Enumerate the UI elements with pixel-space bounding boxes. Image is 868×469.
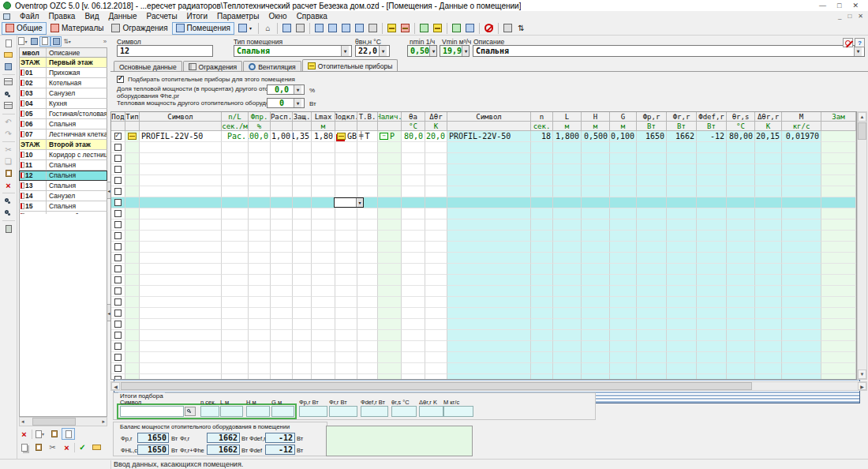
cell-n_L[interactable]	[222, 352, 249, 363]
cell-M[interactable]	[782, 352, 821, 363]
cell-G[interactable]	[610, 242, 637, 253]
cell-tv[interactable]	[357, 175, 378, 186]
row-checkbox[interactable]	[114, 133, 122, 140]
cell-symbol2[interactable]: PROFIL-22V-50	[447, 131, 531, 142]
cell-f_pr[interactable]	[249, 308, 271, 319]
cell-podkl[interactable]	[335, 341, 357, 352]
cell-H[interactable]	[582, 352, 610, 363]
cell-symbol[interactable]	[140, 264, 222, 275]
cell-tv[interactable]	[357, 142, 378, 153]
cell-H[interactable]	[582, 341, 610, 352]
cell-dtheta_r[interactable]	[425, 352, 447, 363]
cell-M[interactable]	[782, 153, 821, 164]
result-field-1[interactable]	[120, 406, 184, 417]
cell-L[interactable]	[553, 297, 582, 308]
cell-theta_a[interactable]	[402, 330, 425, 341]
cell-zasch[interactable]	[293, 341, 312, 352]
cell-zam[interactable]	[821, 131, 856, 142]
new-document-icon[interactable]	[2, 37, 15, 49]
numbering-dropdown[interactable]: ⇅▾	[62, 36, 73, 47]
cell-f_def_r[interactable]	[697, 341, 727, 352]
cell-f_def_r[interactable]	[697, 242, 727, 253]
cell-symbol2[interactable]	[447, 253, 531, 264]
cell-theta_r_s[interactable]	[727, 219, 755, 231]
cell-pod[interactable]	[111, 363, 125, 374]
empty-row[interactable]	[111, 363, 856, 374]
cell-n[interactable]	[531, 175, 553, 186]
cell-M[interactable]	[782, 219, 821, 231]
cell-theta_r_s[interactable]	[727, 208, 755, 219]
cell-zam[interactable]	[821, 374, 856, 379]
menu-item-3[interactable]: Вид	[80, 12, 103, 21]
cell-f_r_r[interactable]: 1662	[667, 131, 697, 142]
cell-M[interactable]	[782, 297, 821, 308]
cell-f_r_r[interactable]	[667, 186, 697, 197]
cell-podkl[interactable]	[335, 164, 357, 175]
cell-n[interactable]	[531, 186, 553, 197]
empty-row[interactable]	[111, 231, 856, 242]
cell-n_L[interactable]	[222, 253, 249, 264]
cell-tv[interactable]	[357, 275, 378, 286]
cell-f_def_r[interactable]	[697, 186, 727, 197]
cell-f_r_r[interactable]	[667, 253, 697, 264]
cell-M[interactable]	[782, 164, 821, 175]
cell-podkl[interactable]: GB	[335, 131, 357, 142]
cell-symbol[interactable]	[140, 275, 222, 286]
cell-dtheta_r_r[interactable]	[755, 219, 782, 231]
cell-dtheta_r[interactable]	[425, 197, 447, 208]
cell-dtheta_r_r[interactable]	[755, 363, 782, 374]
cell-zasch[interactable]	[293, 374, 312, 379]
cell-n_L[interactable]	[222, 308, 249, 319]
cell-zam[interactable]	[821, 142, 856, 153]
cell-l_max[interactable]	[312, 330, 335, 341]
confirm-icon[interactable]: ✓	[76, 441, 89, 453]
cell-symbol2[interactable]	[447, 286, 531, 297]
copy-icon[interactable]: ❏	[2, 156, 15, 167]
cell-f_r_r[interactable]	[667, 297, 697, 308]
cell-dtheta_r_r[interactable]: 20,15	[755, 131, 782, 142]
cell-nalich[interactable]	[378, 153, 402, 164]
room-row[interactable]: 11Спальня	[19, 160, 107, 171]
cell-symbol2[interactable]	[447, 319, 531, 330]
grid-horizontal-scrollbar[interactable]: ◀ ▶	[110, 381, 867, 391]
cell-zam[interactable]	[821, 175, 856, 186]
cell-nalich[interactable]	[378, 374, 402, 379]
cell-M[interactable]	[782, 208, 821, 219]
tree-view-icon[interactable]	[51, 36, 62, 47]
cell-symbol2[interactable]	[447, 208, 531, 219]
cell-tv[interactable]	[357, 363, 378, 374]
undo-icon[interactable]: ↶	[2, 116, 15, 128]
cell-dtheta_r_r[interactable]	[755, 197, 782, 208]
cell-n_L[interactable]	[222, 231, 249, 242]
cell-theta_a[interactable]	[402, 253, 425, 264]
cell-symbol2[interactable]	[447, 308, 531, 319]
cell-nalich[interactable]	[378, 253, 402, 264]
cell-zam[interactable]	[821, 341, 856, 352]
cell-n_L[interactable]	[222, 374, 249, 379]
block-icon[interactable]	[483, 22, 495, 34]
menu-item-5[interactable]: Расчеты	[142, 12, 182, 21]
cell-theta_r_s[interactable]	[727, 330, 755, 341]
chevron-down-icon[interactable]: ▼	[462, 46, 470, 56]
cell-G[interactable]	[610, 219, 637, 231]
cell-G[interactable]	[610, 352, 637, 363]
cell-G[interactable]	[610, 374, 637, 379]
room-type-select[interactable]: Спальня▼	[234, 45, 352, 57]
cell-l_max[interactable]	[312, 175, 335, 186]
cell-pod[interactable]	[111, 308, 125, 319]
cell-theta_a[interactable]	[402, 341, 425, 352]
empty-row[interactable]	[111, 186, 856, 197]
cell-symbol2[interactable]	[447, 164, 531, 175]
save-project-icon[interactable]	[281, 22, 293, 34]
cell-theta_a[interactable]	[402, 275, 425, 286]
cell-theta_r_s[interactable]	[727, 242, 755, 253]
cell-n_L[interactable]	[222, 275, 249, 286]
cell-dtheta_r[interactable]	[425, 242, 447, 253]
result-field-10[interactable]	[419, 406, 443, 417]
cell-f_p_r[interactable]	[637, 330, 667, 341]
cell-n[interactable]	[531, 341, 553, 352]
cell-symbol[interactable]: PROFIL-22V-50	[140, 131, 222, 142]
printer-color-icon[interactable]	[451, 22, 462, 34]
cell-zam[interactable]	[821, 363, 856, 374]
cell-tip[interactable]	[125, 308, 140, 319]
